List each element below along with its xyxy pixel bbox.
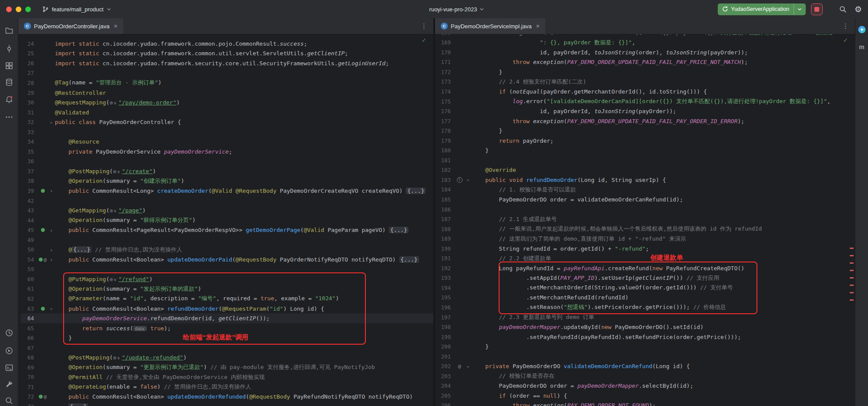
- tab-paydemoorderserviceimpl[interactable]: C PayDemoOrderServiceImpl.java ×: [435, 18, 545, 34]
- code-line[interactable]: 188 // 一般来说,用户发起退款的时候,都会单独插入一个售后维权表,然后使用…: [438, 224, 855, 234]
- code-line[interactable]: 176 id, payOrderId, toJsonString(payOrde…: [438, 106, 855, 116]
- code-line[interactable]: 183↑› public void refundDemoOrder(Long i…: [438, 175, 855, 185]
- fold-arrow[interactable]: ›: [51, 247, 53, 253]
- code-line[interactable]: 60 @PutMapping(⊕∨"/refund"): [21, 274, 433, 284]
- fold-arrow[interactable]: ›: [48, 308, 54, 310]
- code-line[interactable]: 174 if (notEqual(payOrder.getMerchantOrd…: [438, 87, 855, 97]
- terminal-icon[interactable]: [5, 363, 14, 372]
- code-line[interactable]: 172 }: [438, 67, 855, 77]
- code-line[interactable]: 182 @Override: [438, 165, 855, 175]
- code-line[interactable]: 171 throw exception(PAY_DEMO_ORDER_UPDAT…: [438, 57, 855, 67]
- code-line[interactable]: 63› public CommonResult<Boolean> refundD…: [21, 304, 433, 314]
- history-clock-icon[interactable]: [5, 329, 14, 337]
- build-wrench-icon[interactable]: [5, 380, 14, 389]
- editor-options-icon[interactable]: ⋮: [842, 22, 849, 30]
- endpoint-icon[interactable]: [41, 189, 45, 193]
- code-line[interactable]: 181: [438, 155, 855, 165]
- ai-assistant-icon[interactable]: [858, 25, 866, 34]
- code-line[interactable]: 202@› private PayDemoOrderDO validateDem…: [438, 362, 855, 372]
- editor-options-icon[interactable]: ⋮: [421, 22, 427, 30]
- fold-arrow[interactable]: ›: [51, 257, 53, 263]
- code-line[interactable]: 64 payDemoOrderService.refundDemoOrder(i…: [21, 313, 433, 323]
- endpoint-icon[interactable]: [39, 395, 43, 399]
- code-line[interactable]: 37 @PostMapping(⊕∨"/create"): [21, 166, 433, 176]
- code-line[interactable]: 54@› public CommonResult<Boolean> update…: [21, 255, 433, 265]
- code-line[interactable]: 173 // 2.4 校验支付订单匹配(二次): [438, 77, 855, 87]
- services-run-icon[interactable]: [5, 346, 14, 355]
- code-line[interactable]: 24import static cn.iocoder.yudao.framewo…: [21, 39, 433, 49]
- code-line[interactable]: 25import static cn.iocoder.yudao.framewo…: [21, 49, 433, 59]
- code-line[interactable]: 50› @{...} // 禁用操作日志,因为没有操作人: [21, 245, 433, 255]
- code-line[interactable]: 26import static cn.iocoder.yudao.framewo…: [21, 58, 433, 68]
- code-line[interactable]: 187 // 2.1 生成退款单号: [438, 214, 855, 224]
- code-line[interactable]: 199 .setPayRefundId(payRefundId).setRefu…: [438, 332, 855, 342]
- code-line[interactable]: 169 ": {}, payOrder 数据是: {}]",: [438, 37, 855, 47]
- code-line[interactable]: 205 if (order == null) {: [438, 391, 855, 401]
- structure-icon[interactable]: [5, 61, 14, 70]
- code-line[interactable]: 62 @Parameter(name = "id", description =…: [21, 294, 433, 304]
- endpoint-icon[interactable]: [39, 258, 43, 262]
- code-line[interactable]: 190 String refundId = order.getId() + "-…: [438, 244, 855, 254]
- tab-paydemoordercontroller[interactable]: C PayDemoOrderController.java ×: [18, 18, 123, 34]
- code-line[interactable]: 71 @OperateLog(enable = false) // 禁用操作日志…: [21, 382, 433, 392]
- code-line[interactable]: 180 }: [438, 145, 855, 155]
- notifications-bell-icon[interactable]: [5, 95, 14, 104]
- code-line[interactable]: 195 .setMerchantRefundId(refundId): [438, 293, 855, 303]
- fold-arrow[interactable]: ›: [465, 366, 471, 368]
- code-line[interactable]: 33: [21, 127, 433, 137]
- code-line[interactable]: 28@Tag(name = "管理后台 - 示例订单"): [21, 78, 433, 88]
- code-line[interactable]: 185 PayDemoOrderDO order = validateDemoO…: [438, 195, 855, 205]
- close-tab-icon[interactable]: ×: [114, 23, 117, 29]
- code-line[interactable]: 170 id, payOrderId, toJsonString(order),…: [438, 47, 855, 57]
- code-line[interactable]: 198 payDemoOrderMapper.updateById(new Pa…: [438, 322, 855, 332]
- code-line[interactable]: 179 return payOrder;: [438, 136, 855, 146]
- code-line[interactable]: 39› public CommonResult<Long> createDemo…: [21, 186, 433, 196]
- code-line[interactable]: 65 return success(data: true);: [21, 323, 433, 333]
- code-line[interactable]: 70 @PermitAll // 无需登录,安全由 PayDemoOrderSe…: [21, 372, 433, 383]
- code-line[interactable]: 69 @Operation(summary = "更新示例订单为已退款") //…: [21, 362, 433, 372]
- code-line[interactable]: 192 Long payRefundId = payRefundApi.crea…: [438, 263, 855, 273]
- code-line[interactable]: 203 // 校验订单是否存在: [438, 371, 855, 381]
- git-branch-widget[interactable]: feature/mall_product: [39, 4, 115, 14]
- fold-arrow[interactable]: ›: [51, 188, 53, 194]
- code-line[interactable]: 49: [21, 235, 433, 245]
- project-folder-icon[interactable]: [5, 26, 14, 35]
- code-line[interactable]: 193 .setAppId(PAY_APP_ID).setUserIp(getC…: [438, 273, 855, 283]
- code-line[interactable]: 36: [21, 157, 433, 167]
- code-line[interactable]: 29@RestController: [21, 88, 433, 98]
- chevron-down-icon[interactable]: [797, 7, 802, 11]
- code-line[interactable]: 43 @GetMapping(⊕∨"/page"): [21, 205, 433, 215]
- code-line[interactable]: 42: [21, 196, 433, 206]
- zoom-window-button[interactable]: [25, 7, 31, 12]
- code-line[interactable]: 206 throw exception(PAY_DEMO_ORDER_NOT_F…: [438, 401, 855, 406]
- code-line[interactable]: 197 // 2.3 更新退款单号到 demo 订单: [438, 312, 855, 322]
- code-line[interactable]: 204 PayDemoOrderDO order = payDemoOrderM…: [438, 381, 855, 391]
- code-line[interactable]: 44 @Operation(summary = "获得示例订单分页"): [21, 215, 433, 225]
- code-line[interactable]: 59: [21, 265, 433, 275]
- code-line[interactable]: 31@Validated: [21, 107, 433, 117]
- code-line[interactable]: 200 }: [438, 342, 855, 352]
- fold-arrow[interactable]: ›: [51, 404, 53, 406]
- code-line[interactable]: 61 @Operation(summary = "发起示例订单的退款"): [21, 284, 433, 294]
- run-configuration-button[interactable]: YudaoServerApplication: [718, 3, 806, 15]
- code-line[interactable]: 27: [21, 68, 433, 78]
- fold-arrow[interactable]: ›: [51, 228, 53, 234]
- code-line[interactable]: 177 throw exception(PAY_DEMO_ORDER_UPDAT…: [438, 116, 855, 126]
- code-line[interactable]: 196 .setReason("想退钱").setPrice(order.get…: [438, 302, 855, 312]
- project-selector[interactable]: ruoyi-vue-pro-2023: [429, 6, 484, 13]
- fold-arrow[interactable]: ›: [465, 179, 471, 181]
- code-line[interactable]: 73› {...}: [21, 402, 433, 406]
- code-line[interactable]: 168 log.error("[validateDemoOrderCanPaid…: [438, 34, 855, 37]
- inspections-ok-icon[interactable]: ✓: [843, 37, 848, 44]
- more-tool-windows-icon[interactable]: [5, 113, 14, 121]
- code-line[interactable]: 178 }: [438, 126, 855, 136]
- code-line[interactable]: 38 @Operation(summary = "创建示例订单"): [21, 176, 433, 186]
- code-line[interactable]: 184 // 1. 校验订单是否可以退款: [438, 185, 855, 195]
- commit-icon[interactable]: [5, 44, 14, 53]
- code-line[interactable]: 45› public CommonResult<PageResult<PayDe…: [21, 225, 433, 235]
- annotation-gutter-icon[interactable]: @: [458, 363, 461, 369]
- code-line[interactable]: 175 log.error("[validateDemoOrderCanPaid…: [438, 97, 855, 107]
- code-line[interactable]: 194 .setMerchantOrderId(String.valueOf(o…: [438, 283, 855, 293]
- code-line[interactable]: 72@ public CommonResult<Boolean> updateD…: [21, 392, 433, 402]
- annotation-gutter-icon[interactable]: @: [44, 257, 47, 262]
